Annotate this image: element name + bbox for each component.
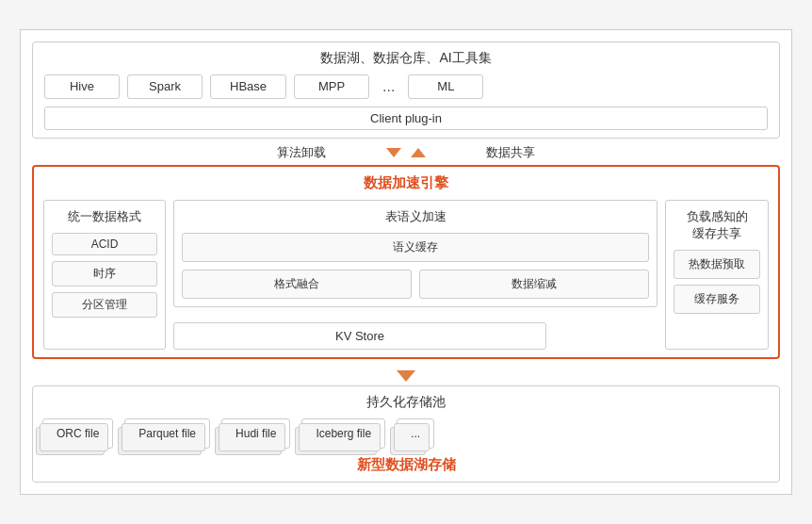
engine-section: 数据加速引擎 统一数据格式 ACID 时序 分区管理 表语义加速 语义缓存 格式…: [32, 165, 780, 359]
semantic-bottom: 格式融合 数据缩减: [182, 270, 649, 299]
tool-mpp: MPP: [294, 74, 369, 99]
format-partition: 分区管理: [52, 292, 157, 318]
semantic-cache: 语义缓存: [182, 233, 649, 262]
iceberg-file: Iceberg file: [301, 418, 385, 449]
arrow-row: 算法卸载 数据共享: [32, 139, 780, 165]
arrow-right-label: 数据共享: [486, 144, 535, 161]
arrows-center: [382, 148, 430, 157]
semantic-title: 表语义加速: [182, 208, 649, 225]
arrow-down-large-icon: [397, 370, 415, 382]
parquet-file: Parquet file: [124, 418, 210, 449]
more-file: ...: [397, 418, 434, 449]
engine-title: 数据加速引擎: [43, 174, 769, 192]
orc-file-stack: ORC file: [42, 418, 113, 449]
more-file-stack: ...: [397, 418, 434, 449]
bottom-label: 新型数据湖存储: [42, 456, 770, 474]
client-plugin: Client plug-in: [44, 106, 768, 130]
hudi-file-stack: Hudi file: [221, 418, 290, 449]
arrow-left-label: 算法卸载: [277, 144, 326, 161]
tool-ml: ML: [408, 74, 483, 99]
top-title: 数据湖、数据仓库、AI工具集: [44, 50, 768, 67]
format-acid: ACID: [52, 233, 157, 255]
cache-box: 负载感知的 缓存共享 热数据预取 缓存服务: [665, 200, 769, 350]
data-reduction: 数据缩减: [419, 270, 649, 299]
cache-service: 缓存服务: [674, 285, 760, 314]
orc-file: ORC file: [42, 418, 113, 449]
iceberg-file-stack: Iceberg file: [301, 418, 385, 449]
semantic-box: 表语义加速 语义缓存 格式融合 数据缩减: [173, 200, 658, 307]
client-plugin-row: Client plug-in: [44, 106, 768, 130]
tool-hive: Hive: [44, 74, 120, 99]
format-title: 统一数据格式: [52, 208, 157, 225]
storage-section: 持久化存储池 ORC file Parquet file Hudi file I…: [32, 385, 780, 483]
arrow-down-center: [32, 367, 780, 385]
tool-spark: Spark: [127, 74, 203, 99]
arrow-up-icon: [411, 148, 426, 157]
engine-body: 统一数据格式 ACID 时序 分区管理 表语义加速 语义缓存 格式融合 数据缩减…: [43, 200, 769, 350]
format-time: 时序: [52, 261, 157, 287]
tool-hbase: HBase: [210, 74, 286, 99]
parquet-file-stack: Parquet file: [124, 418, 210, 449]
storage-files: ORC file Parquet file Hudi file Iceberg …: [42, 418, 770, 449]
architecture-diagram: 数据湖、数据仓库、AI工具集 Hive Spark HBase MPP ... …: [20, 29, 792, 495]
top-section: 数据湖、数据仓库、AI工具集 Hive Spark HBase MPP ... …: [32, 41, 780, 139]
tools-row: Hive Spark HBase MPP ... ML: [44, 74, 768, 99]
format-fusion: 格式融合: [182, 270, 412, 299]
tool-dots: ...: [377, 74, 400, 99]
kv-store: KV Store: [173, 322, 546, 350]
hudi-file: Hudi file: [221, 418, 290, 449]
format-box: 统一数据格式 ACID 时序 分区管理: [43, 200, 166, 350]
engine-middle: 表语义加速 语义缓存 格式融合 数据缩减 KV Store: [173, 200, 658, 350]
cache-title: 负载感知的 缓存共享: [674, 208, 760, 242]
arrow-down-icon: [386, 148, 401, 157]
storage-title: 持久化存储池: [42, 394, 770, 411]
hot-data-prefetch: 热数据预取: [674, 250, 760, 279]
